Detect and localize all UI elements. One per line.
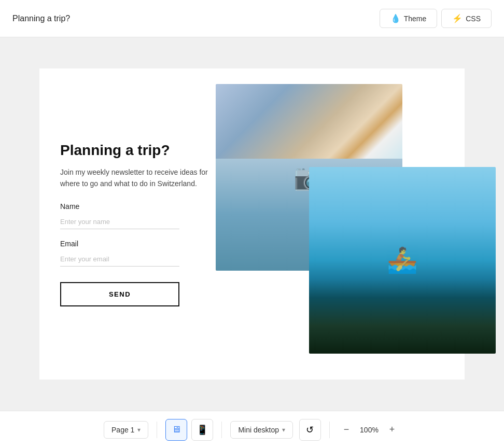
- images-section: [216, 84, 444, 364]
- toolbar: Page 1 ▾ 🖥 📱 Mini desktop ▾ ↺ − 100% +: [0, 411, 504, 448]
- theme-icon: 💧: [390, 13, 401, 23]
- page-label: Page 1: [111, 426, 134, 434]
- device-selector[interactable]: Mini desktop ▾: [230, 421, 293, 439]
- refresh-button[interactable]: ↺: [299, 419, 321, 441]
- theme-label: Theme: [404, 15, 427, 23]
- css-label: CSS: [466, 15, 481, 23]
- name-input[interactable]: [60, 215, 179, 229]
- tablet-icon: 📱: [197, 424, 208, 436]
- header: Planning a trip? 💧 Theme ⚡ CSS: [0, 0, 504, 37]
- send-button[interactable]: SEND: [60, 282, 179, 306]
- form-heading: Planning a trip?: [60, 142, 216, 159]
- desktop-icon: 🖥: [172, 424, 181, 435]
- form-description: Join my weekly newsletter to receive ide…: [60, 166, 216, 190]
- page-selector[interactable]: Page 1 ▾: [104, 421, 148, 439]
- canvas: Planning a trip? Join my weekly newslett…: [0, 37, 504, 411]
- theme-button[interactable]: 💧 Theme: [380, 9, 438, 28]
- zoom-value: 100%: [359, 426, 380, 434]
- device-label: Mini desktop: [238, 426, 279, 434]
- name-label: Name: [60, 202, 216, 211]
- chevron-down-icon-device: ▾: [282, 426, 285, 433]
- chevron-down-icon: ▾: [137, 426, 141, 433]
- css-button[interactable]: ⚡ CSS: [441, 9, 492, 28]
- divider-1: [157, 422, 157, 438]
- header-actions: 💧 Theme ⚡ CSS: [380, 9, 492, 28]
- zoom-in-button[interactable]: +: [384, 422, 400, 438]
- css-icon: ⚡: [452, 13, 463, 23]
- desktop-view-button[interactable]: 🖥: [165, 419, 187, 441]
- tablet-view-button[interactable]: 📱: [191, 419, 213, 441]
- zoom-out-button[interactable]: −: [338, 422, 355, 438]
- divider-2: [221, 422, 222, 438]
- zoom-minus-icon: −: [344, 424, 349, 435]
- view-toggle-group: 🖥 📱: [165, 419, 213, 441]
- kayak-image: [309, 167, 496, 354]
- email-label: Email: [60, 240, 216, 248]
- divider-3: [329, 422, 330, 438]
- email-input[interactable]: [60, 252, 179, 267]
- canvas-inner: Planning a trip? Join my weekly newslett…: [39, 68, 465, 380]
- zoom-plus-icon: +: [389, 424, 395, 435]
- zoom-controls: − 100% +: [338, 422, 400, 438]
- refresh-icon: ↺: [306, 424, 314, 436]
- page-title: Planning a trip?: [12, 14, 70, 23]
- form-section: Planning a trip? Join my weekly newslett…: [60, 142, 216, 306]
